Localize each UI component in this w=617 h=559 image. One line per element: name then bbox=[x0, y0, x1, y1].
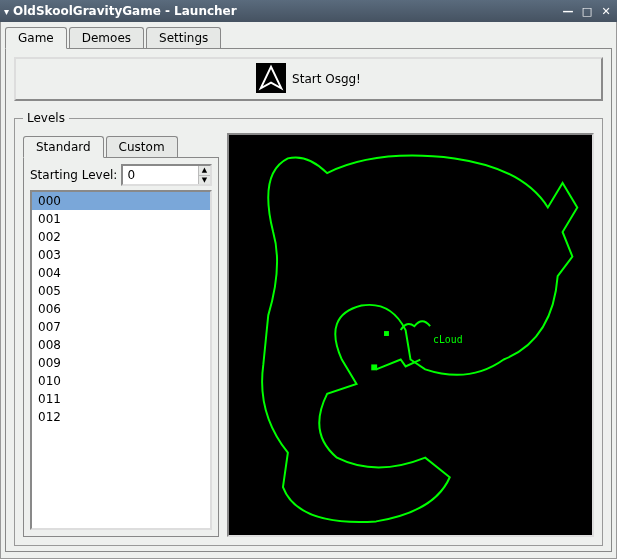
list-item[interactable]: 011 bbox=[32, 390, 210, 408]
spinner-down-icon[interactable]: ▼ bbox=[199, 176, 210, 185]
titlebar: ▾ OldSkoolGravityGame - Launcher — □ ✕ bbox=[0, 0, 617, 22]
main-tabstrip: Game Demoes Settings bbox=[1, 22, 616, 48]
list-item[interactable]: 002 bbox=[32, 228, 210, 246]
start-osgg-label: Start Osgg! bbox=[292, 72, 361, 86]
subpage-standard: Starting Level: ▲ ▼ 00000100200300400500… bbox=[23, 157, 219, 537]
ship-icon bbox=[256, 63, 286, 96]
tab-demoes[interactable]: Demoes bbox=[69, 27, 144, 48]
minimize-button[interactable]: — bbox=[559, 3, 577, 19]
spinner-up-icon[interactable]: ▲ bbox=[199, 166, 210, 176]
subtab-custom[interactable]: Custom bbox=[106, 136, 178, 157]
list-item[interactable]: 007 bbox=[32, 318, 210, 336]
list-item[interactable]: 003 bbox=[32, 246, 210, 264]
list-item[interactable]: 012 bbox=[32, 408, 210, 426]
starting-level-label: Starting Level: bbox=[30, 168, 117, 182]
list-item[interactable]: 004 bbox=[32, 264, 210, 282]
start-osgg-button[interactable]: Start Osgg! bbox=[14, 57, 603, 101]
tab-game[interactable]: Game bbox=[5, 27, 67, 49]
list-item[interactable]: 005 bbox=[32, 282, 210, 300]
tab-settings[interactable]: Settings bbox=[146, 27, 221, 48]
svg-rect-2 bbox=[371, 364, 377, 370]
starting-level-input[interactable] bbox=[123, 166, 198, 184]
level-preview: cLoud bbox=[227, 133, 594, 537]
tabpage-game: Start Osgg! Levels Standard Custom Start… bbox=[5, 48, 612, 552]
levels-legend: Levels bbox=[23, 111, 69, 125]
list-item[interactable]: 008 bbox=[32, 336, 210, 354]
list-item[interactable]: 000 bbox=[32, 192, 210, 210]
starting-level-spinner[interactable]: ▲ ▼ bbox=[121, 164, 212, 186]
levels-group: Levels Standard Custom Starting Level: bbox=[14, 111, 603, 546]
maximize-button[interactable]: □ bbox=[578, 3, 596, 19]
list-item[interactable]: 009 bbox=[32, 354, 210, 372]
levels-listbox[interactable]: 000001002003004005006007008009010011012 bbox=[30, 190, 212, 530]
list-item[interactable]: 006 bbox=[32, 300, 210, 318]
levels-subtabstrip: Standard Custom bbox=[23, 133, 219, 157]
subtab-standard[interactable]: Standard bbox=[23, 136, 104, 158]
close-button[interactable]: ✕ bbox=[597, 3, 615, 19]
window-title: OldSkoolGravityGame - Launcher bbox=[13, 4, 558, 18]
preview-cloud-label: cLoud bbox=[433, 334, 463, 345]
list-item[interactable]: 010 bbox=[32, 372, 210, 390]
list-item[interactable]: 001 bbox=[32, 210, 210, 228]
svg-rect-3 bbox=[384, 331, 389, 336]
window-menu-icon[interactable]: ▾ bbox=[4, 6, 9, 17]
